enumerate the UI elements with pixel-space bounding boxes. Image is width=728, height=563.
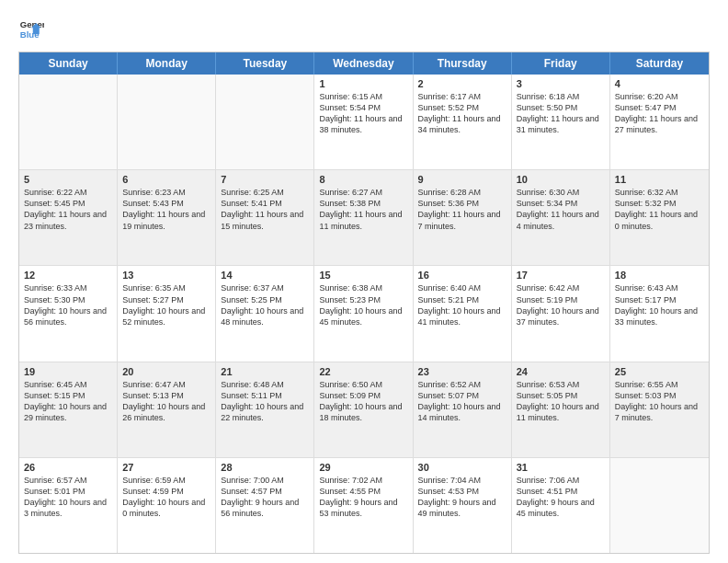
day-number: 7 bbox=[221, 174, 309, 185]
day-cell: 8Sunrise: 6:27 AMSunset: 5:38 PMDaylight… bbox=[314, 170, 413, 265]
day-number: 22 bbox=[319, 366, 407, 377]
day-number: 4 bbox=[615, 78, 704, 89]
day-cell: 19Sunrise: 6:45 AMSunset: 5:15 PMDayligh… bbox=[19, 362, 118, 457]
day-info: Sunrise: 6:20 AMSunset: 5:47 PMDaylight:… bbox=[615, 91, 704, 136]
day-number: 28 bbox=[221, 462, 309, 473]
day-info: Sunrise: 6:43 AMSunset: 5:17 PMDaylight:… bbox=[615, 282, 704, 327]
logo: General Blue bbox=[18, 17, 44, 42]
day-info: Sunrise: 6:32 AMSunset: 5:32 PMDaylight:… bbox=[615, 187, 704, 232]
day-cell: 23Sunrise: 6:52 AMSunset: 5:07 PMDayligh… bbox=[414, 362, 512, 457]
empty-cell bbox=[19, 75, 118, 169]
day-cell: 15Sunrise: 6:38 AMSunset: 5:23 PMDayligh… bbox=[314, 266, 413, 361]
calendar-row: 26Sunrise: 6:57 AMSunset: 5:01 PMDayligh… bbox=[19, 458, 709, 553]
header: General Blue bbox=[18, 17, 710, 42]
day-cell: 5Sunrise: 6:22 AMSunset: 5:45 PMDaylight… bbox=[19, 170, 118, 265]
day-cell: 7Sunrise: 6:25 AMSunset: 5:41 PMDaylight… bbox=[216, 170, 314, 265]
day-info: Sunrise: 6:25 AMSunset: 5:41 PMDaylight:… bbox=[221, 187, 309, 232]
day-number: 24 bbox=[517, 366, 605, 377]
day-number: 2 bbox=[418, 78, 506, 89]
day-number: 8 bbox=[319, 174, 407, 185]
day-number: 10 bbox=[517, 174, 605, 185]
day-number: 25 bbox=[615, 366, 704, 377]
calendar-row: 1Sunrise: 6:15 AMSunset: 5:54 PMDaylight… bbox=[19, 75, 709, 170]
day-info: Sunrise: 6:50 AMSunset: 5:09 PMDaylight:… bbox=[319, 379, 407, 424]
page: General Blue SundayMondayTuesdayWednesda… bbox=[0, 0, 728, 563]
day-info: Sunrise: 6:55 AMSunset: 5:03 PMDaylight:… bbox=[615, 379, 704, 424]
day-cell: 21Sunrise: 6:48 AMSunset: 5:11 PMDayligh… bbox=[216, 362, 314, 457]
day-cell: 28Sunrise: 7:00 AMSunset: 4:57 PMDayligh… bbox=[216, 458, 314, 553]
day-number: 16 bbox=[418, 270, 506, 281]
day-info: Sunrise: 6:59 AMSunset: 4:59 PMDaylight:… bbox=[122, 475, 210, 520]
day-info: Sunrise: 6:47 AMSunset: 5:13 PMDaylight:… bbox=[122, 379, 210, 424]
day-number: 14 bbox=[221, 270, 309, 281]
day-cell: 13Sunrise: 6:35 AMSunset: 5:27 PMDayligh… bbox=[118, 266, 216, 361]
day-info: Sunrise: 6:57 AMSunset: 5:01 PMDaylight:… bbox=[24, 475, 112, 520]
day-info: Sunrise: 6:23 AMSunset: 5:43 PMDaylight:… bbox=[122, 187, 210, 232]
day-number: 11 bbox=[615, 174, 704, 185]
day-info: Sunrise: 6:52 AMSunset: 5:07 PMDaylight:… bbox=[418, 379, 506, 424]
calendar: SundayMondayTuesdayWednesdayThursdayFrid… bbox=[18, 52, 710, 554]
day-cell: 3Sunrise: 6:18 AMSunset: 5:50 PMDaylight… bbox=[512, 75, 610, 169]
day-info: Sunrise: 6:28 AMSunset: 5:36 PMDaylight:… bbox=[418, 187, 506, 232]
day-cell: 31Sunrise: 7:06 AMSunset: 4:51 PMDayligh… bbox=[512, 458, 610, 553]
day-info: Sunrise: 6:37 AMSunset: 5:25 PMDaylight:… bbox=[221, 282, 309, 327]
day-cell: 22Sunrise: 6:50 AMSunset: 5:09 PMDayligh… bbox=[314, 362, 413, 457]
day-number: 31 bbox=[517, 462, 605, 473]
day-cell: 20Sunrise: 6:47 AMSunset: 5:13 PMDayligh… bbox=[118, 362, 216, 457]
day-number: 20 bbox=[122, 366, 210, 377]
day-info: Sunrise: 6:42 AMSunset: 5:19 PMDaylight:… bbox=[517, 282, 605, 327]
day-cell: 2Sunrise: 6:17 AMSunset: 5:52 PMDaylight… bbox=[414, 75, 512, 169]
day-cell: 30Sunrise: 7:04 AMSunset: 4:53 PMDayligh… bbox=[414, 458, 512, 553]
day-info: Sunrise: 6:48 AMSunset: 5:11 PMDaylight:… bbox=[221, 379, 309, 424]
day-info: Sunrise: 6:53 AMSunset: 5:05 PMDaylight:… bbox=[517, 379, 605, 424]
day-number: 17 bbox=[517, 270, 605, 281]
calendar-body: 1Sunrise: 6:15 AMSunset: 5:54 PMDaylight… bbox=[19, 75, 709, 553]
day-cell: 4Sunrise: 6:20 AMSunset: 5:47 PMDaylight… bbox=[610, 75, 709, 169]
weekday-header: Monday bbox=[118, 52, 216, 75]
day-number: 6 bbox=[122, 174, 210, 185]
day-number: 12 bbox=[24, 270, 112, 281]
day-number: 13 bbox=[122, 270, 210, 281]
day-cell: 17Sunrise: 6:42 AMSunset: 5:19 PMDayligh… bbox=[512, 266, 610, 361]
day-number: 15 bbox=[319, 270, 407, 281]
day-info: Sunrise: 6:45 AMSunset: 5:15 PMDaylight:… bbox=[24, 379, 112, 424]
day-cell: 1Sunrise: 6:15 AMSunset: 5:54 PMDaylight… bbox=[314, 75, 413, 169]
day-number: 26 bbox=[24, 462, 112, 473]
day-info: Sunrise: 6:15 AMSunset: 5:54 PMDaylight:… bbox=[319, 91, 407, 136]
calendar-header: SundayMondayTuesdayWednesdayThursdayFrid… bbox=[19, 52, 709, 75]
calendar-row: 5Sunrise: 6:22 AMSunset: 5:45 PMDaylight… bbox=[19, 170, 709, 266]
day-number: 29 bbox=[319, 462, 407, 473]
day-number: 30 bbox=[418, 462, 506, 473]
empty-cell bbox=[610, 458, 709, 553]
day-number: 21 bbox=[221, 366, 309, 377]
day-info: Sunrise: 6:35 AMSunset: 5:27 PMDaylight:… bbox=[122, 282, 210, 327]
day-info: Sunrise: 7:00 AMSunset: 4:57 PMDaylight:… bbox=[221, 475, 309, 520]
day-cell: 25Sunrise: 6:55 AMSunset: 5:03 PMDayligh… bbox=[610, 362, 709, 457]
day-info: Sunrise: 7:02 AMSunset: 4:55 PMDaylight:… bbox=[319, 475, 407, 520]
day-cell: 10Sunrise: 6:30 AMSunset: 5:34 PMDayligh… bbox=[512, 170, 610, 265]
day-cell: 11Sunrise: 6:32 AMSunset: 5:32 PMDayligh… bbox=[610, 170, 709, 265]
day-number: 1 bbox=[319, 78, 407, 89]
day-info: Sunrise: 6:17 AMSunset: 5:52 PMDaylight:… bbox=[418, 91, 506, 136]
day-info: Sunrise: 6:38 AMSunset: 5:23 PMDaylight:… bbox=[319, 282, 407, 327]
weekday-header: Sunday bbox=[19, 52, 118, 75]
weekday-header: Wednesday bbox=[314, 52, 413, 75]
day-cell: 26Sunrise: 6:57 AMSunset: 5:01 PMDayligh… bbox=[19, 458, 118, 553]
empty-cell bbox=[216, 75, 314, 169]
calendar-row: 12Sunrise: 6:33 AMSunset: 5:30 PMDayligh… bbox=[19, 266, 709, 362]
logo-icon: General Blue bbox=[18, 17, 44, 42]
day-cell: 16Sunrise: 6:40 AMSunset: 5:21 PMDayligh… bbox=[414, 266, 512, 361]
empty-cell bbox=[118, 75, 216, 169]
weekday-header: Friday bbox=[512, 52, 610, 75]
calendar-row: 19Sunrise: 6:45 AMSunset: 5:15 PMDayligh… bbox=[19, 362, 709, 458]
day-info: Sunrise: 6:30 AMSunset: 5:34 PMDaylight:… bbox=[517, 187, 605, 232]
day-number: 18 bbox=[615, 270, 704, 281]
day-cell: 6Sunrise: 6:23 AMSunset: 5:43 PMDaylight… bbox=[118, 170, 216, 265]
day-number: 3 bbox=[517, 78, 605, 89]
day-cell: 18Sunrise: 6:43 AMSunset: 5:17 PMDayligh… bbox=[610, 266, 709, 361]
day-cell: 14Sunrise: 6:37 AMSunset: 5:25 PMDayligh… bbox=[216, 266, 314, 361]
day-info: Sunrise: 6:18 AMSunset: 5:50 PMDaylight:… bbox=[517, 91, 605, 136]
day-info: Sunrise: 6:40 AMSunset: 5:21 PMDaylight:… bbox=[418, 282, 506, 327]
day-number: 9 bbox=[418, 174, 506, 185]
day-cell: 12Sunrise: 6:33 AMSunset: 5:30 PMDayligh… bbox=[19, 266, 118, 361]
